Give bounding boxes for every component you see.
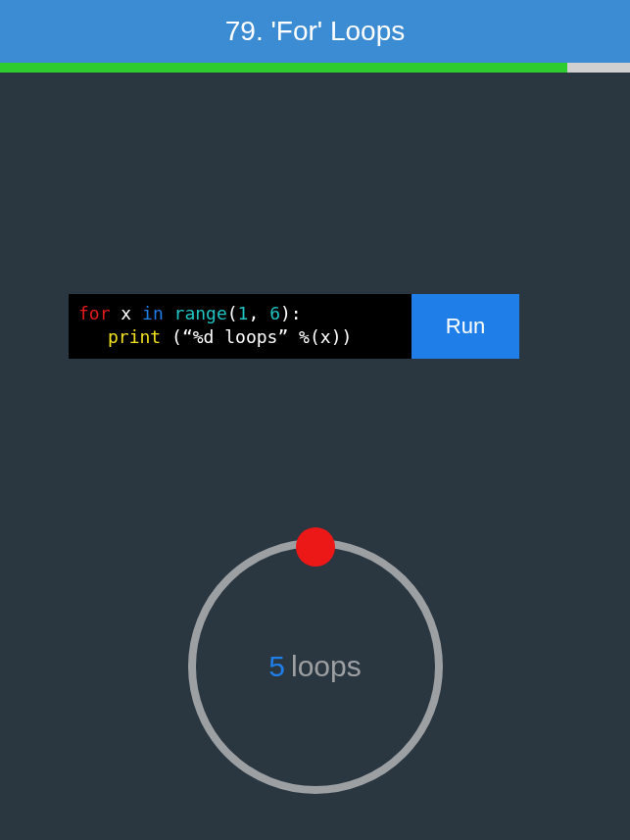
loop-visual: 5loops [188, 539, 443, 794]
progress-bar [0, 63, 630, 73]
token-close: ) [280, 303, 291, 323]
token-print: print [108, 326, 161, 347]
loop-dot-icon [296, 527, 335, 567]
token-string: “%d loops” [182, 326, 288, 347]
loop-word: loops [291, 650, 362, 682]
token-num-a: 1 [238, 303, 249, 323]
loop-ring-icon: 5loops [188, 539, 443, 794]
token-close4: ) [341, 326, 352, 347]
code-line-1: for x in range(1, 6): [78, 302, 402, 325]
token-close3: ) [331, 326, 342, 347]
run-button-label: Run [446, 314, 485, 339]
loop-count: 5 [268, 650, 285, 682]
token-colon: : [291, 303, 302, 323]
token-open: ( [227, 303, 238, 323]
token-num-b: 6 [269, 303, 280, 323]
token-in: in [142, 303, 164, 323]
token-range: range [174, 303, 227, 323]
lesson-title: 79. 'For' Loops [225, 16, 405, 47]
token-var2: x [320, 326, 331, 347]
token-space [161, 326, 171, 347]
progress-fill [0, 63, 567, 73]
code-run-panel: for x in range(1, 6): print (“%d loops” … [69, 294, 519, 359]
token-pct: % [299, 326, 310, 347]
loop-label: 5loops [268, 650, 361, 683]
lesson-header: 79. 'For' Loops [0, 0, 630, 63]
token-comma: , [248, 303, 269, 323]
token-open2: ( [171, 326, 182, 347]
code-snippet: for x in range(1, 6): print (“%d loops” … [69, 294, 412, 359]
token-var: x [121, 303, 131, 323]
run-button[interactable]: Run [412, 294, 519, 359]
token-open3: ( [310, 326, 320, 347]
token-space2 [288, 326, 299, 347]
code-line-2: print (“%d loops” %(x)) [78, 325, 402, 349]
token-for: for [78, 303, 111, 323]
